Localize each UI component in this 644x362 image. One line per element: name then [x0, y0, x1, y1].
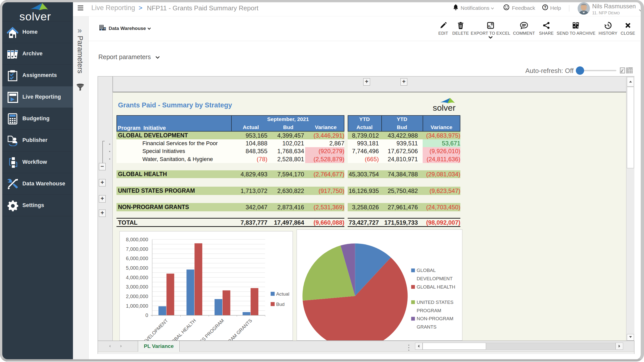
svg-text:GLOBAL HEALTH: GLOBAL HEALTH [417, 284, 455, 290]
svg-text:4,000,000: 4,000,000 [126, 275, 148, 280]
svg-text:GRANTS: GRANTS [417, 324, 436, 330]
svg-text:1,000,000: 1,000,000 [126, 303, 148, 309]
svg-text:0: 0 [145, 312, 148, 318]
svg-text:3,000,000: 3,000,000 [126, 284, 148, 290]
svg-text:GLOBAL DEVELOPMENT: GLOBAL DEVELOPMENT [126, 318, 169, 341]
svg-text:NON-PROGRAM: NON-PROGRAM [417, 316, 453, 321]
svg-text:?: ? [544, 5, 546, 10]
svg-text:7,000,000: 7,000,000 [126, 246, 148, 252]
svg-text:2,000,000: 2,000,000 [126, 294, 148, 299]
svg-text:Bud: Bud [276, 302, 285, 307]
svg-text:Actual: Actual [276, 291, 290, 297]
svg-text:PROGRAM: PROGRAM [417, 308, 441, 313]
svg-text:UNITED STATES: UNITED STATES [417, 300, 453, 305]
svg-text:DEVELOPMENT: DEVELOPMENT [417, 276, 453, 281]
svg-text:5,000,000: 5,000,000 [126, 265, 148, 271]
svg-text:6,000,000: 6,000,000 [126, 256, 148, 261]
svg-text:8,000,000: 8,000,000 [126, 237, 148, 242]
svg-text:Xₒ: Xₒ [488, 25, 491, 28]
svg-text:GLOBAL HEALTH: GLOBAL HEALTH [166, 318, 197, 341]
svg-text:GLOBAL: GLOBAL [417, 268, 436, 273]
